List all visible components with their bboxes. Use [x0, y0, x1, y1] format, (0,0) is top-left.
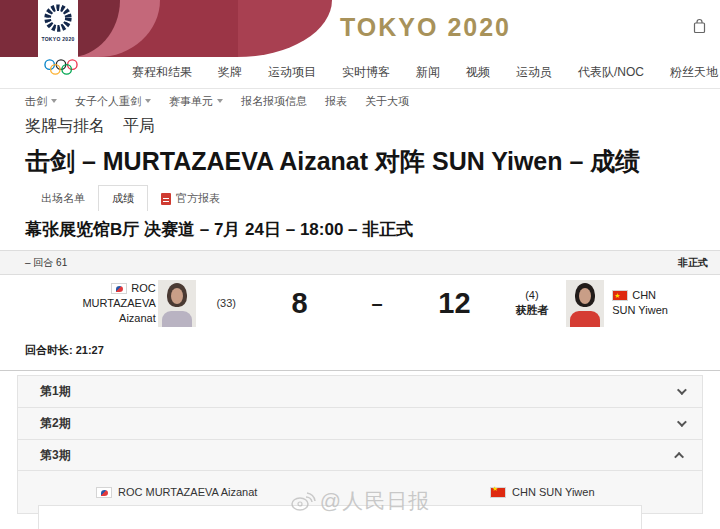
- athlete-right-noc: CHN: [632, 288, 656, 303]
- nav-item-live-blog[interactable]: 实时博客: [342, 64, 390, 81]
- athlete-left-noc: ROC: [131, 281, 155, 296]
- athlete-right-seed: (4): [500, 288, 565, 303]
- period-table-box: [38, 505, 642, 529]
- athlete-left-block[interactable]: ROC MURTAZAEVA Aizanat: [48, 281, 156, 326]
- detail-athlete-right: CHN SUN Yiwen: [490, 486, 595, 498]
- chevron-down-icon: [217, 99, 223, 103]
- nav-item-medals[interactable]: 奖牌: [218, 64, 242, 81]
- subnav-about-sport-label: 关于大项: [365, 94, 409, 109]
- banner-title: TOKYO 2020: [340, 13, 511, 42]
- nav-item-schedule-results[interactable]: 赛程和结果: [132, 64, 192, 81]
- nav-item-athletes[interactable]: 运动员: [516, 64, 552, 81]
- athlete-left-photo: [158, 280, 196, 327]
- top-banner: TOKYO 2020 TOKYO 2020: [0, 0, 720, 57]
- score-right: 12: [409, 287, 499, 320]
- chn-flag-icon: [490, 487, 506, 498]
- tab-official-report[interactable]: 官方报表: [148, 186, 233, 211]
- period-3-header[interactable]: 第3期: [17, 439, 703, 471]
- venue-heading: 幕张展览馆B厅 决赛道 – 7月 24日 – 18:00 – 非正式: [0, 211, 720, 250]
- tokyo2020-emblem[interactable]: TOKYO 2020: [38, 0, 78, 57]
- tab-start-list[interactable]: 出场名单: [28, 186, 98, 211]
- round-duration: 回合时长: 21:27: [0, 331, 720, 371]
- score-row: ROC MURTAZAEVA Aizanat (33) 8 – 12 (4) 获…: [0, 275, 720, 331]
- roc-flag-icon: [111, 283, 127, 294]
- tab-results[interactable]: 成绩: [98, 185, 148, 211]
- subnav-reports[interactable]: 报表: [325, 94, 347, 109]
- subnav-reports-label: 报表: [325, 94, 347, 109]
- period-1-header[interactable]: 第1期: [17, 375, 703, 407]
- tokyo2020-emblem-icon: [42, 3, 74, 35]
- sub-navigation: 击剑 女子个人重剑 赛事单元 报名报项信息 报表 关于大项: [0, 89, 720, 113]
- score-separator: –: [345, 292, 410, 315]
- result-tabs: 出场名单 成绩 官方报表: [0, 186, 720, 211]
- subnav-medals-ranking[interactable]: 奖牌与排名: [25, 116, 105, 137]
- athlete-left-seed: (33): [198, 297, 255, 309]
- sub-navigation-row2: 奖牌与排名 平局: [0, 113, 720, 139]
- page-title: 击剑 – MURTAZAEVA Aizanat 对阵 SUN Yiwen – 成…: [0, 139, 720, 186]
- subnav-event-dropdown[interactable]: 女子个人重剑: [75, 94, 151, 109]
- results-page: TOKYO 2020 TOKYO 2020 赛程和结果 奖牌 运动项目 实时博客…: [0, 0, 720, 529]
- subnav-entry-info[interactable]: 报名报项信息: [241, 94, 307, 109]
- athlete-right-name: SUN Yiwen: [612, 303, 720, 318]
- subnav-entry-info-label: 报名报项信息: [241, 94, 307, 109]
- athlete-right-photo: [566, 280, 604, 327]
- tab-official-report-label: 官方报表: [176, 191, 220, 206]
- nav-item-video[interactable]: 视频: [466, 64, 490, 81]
- nav-item-news[interactable]: 新闻: [416, 64, 440, 81]
- winner-label: 获胜者: [500, 303, 565, 318]
- nav-item-teams-noc[interactable]: 代表队/NOC: [578, 64, 644, 81]
- winner-block: (4) 获胜者: [500, 288, 565, 318]
- chevron-down-icon: [677, 417, 687, 427]
- subnav-fencing-dropdown[interactable]: 击剑: [25, 94, 57, 109]
- subnav-unit-dropdown[interactable]: 赛事单元: [169, 94, 223, 109]
- subnav-event-label: 女子个人重剑: [75, 94, 141, 109]
- chevron-down-icon: [51, 99, 57, 103]
- subnav-unit-label: 赛事单元: [169, 94, 213, 109]
- score-left: 8: [255, 287, 345, 320]
- subnav-fencing-label: 击剑: [25, 94, 47, 109]
- status-badge: 非正式: [678, 256, 708, 270]
- olympic-rings-icon: [44, 59, 78, 80]
- shopping-bag-icon[interactable]: [693, 18, 706, 38]
- round-bar: – 回合 61 非正式: [0, 250, 720, 275]
- emblem-label: TOKYO 2020: [41, 36, 74, 42]
- roc-flag-icon: [96, 487, 112, 498]
- athlete-right-block[interactable]: CHN SUN Yiwen: [612, 288, 720, 318]
- detail-athlete-right-name: CHN SUN Yiwen: [512, 486, 595, 498]
- nav-item-fan-zone[interactable]: 粉丝天地: [670, 64, 718, 81]
- subnav-about-sport[interactable]: 关于大项: [365, 94, 409, 109]
- period-2-label: 第2期: [40, 415, 71, 432]
- period-2-header[interactable]: 第2期: [17, 407, 703, 439]
- chevron-up-icon: [674, 451, 684, 461]
- period-1-label: 第1期: [40, 383, 71, 400]
- chevron-down-icon: [677, 385, 687, 395]
- round-label: – 回合 61: [25, 256, 67, 270]
- nav-item-sports[interactable]: 运动项目: [268, 64, 316, 81]
- period-accordion: 第1期 第2期 第3期: [17, 375, 703, 471]
- main-navigation: 赛程和结果 奖牌 运动项目 实时博客 新闻 视频 运动员 代表队/NOC 粉丝天…: [0, 57, 720, 89]
- period-3-label: 第3期: [40, 447, 71, 464]
- athlete-left-name: MURTAZAEVA Aizanat: [48, 296, 156, 326]
- subnav-draw[interactable]: 平局: [123, 116, 155, 137]
- chn-flag-icon: [612, 290, 628, 301]
- detail-athlete-left-name: ROC MURTAZAEVA Aizanat: [118, 486, 257, 498]
- detail-athlete-left: ROC MURTAZAEVA Aizanat: [96, 486, 257, 498]
- chevron-down-icon: [145, 99, 151, 103]
- pdf-doc-icon: [161, 193, 171, 205]
